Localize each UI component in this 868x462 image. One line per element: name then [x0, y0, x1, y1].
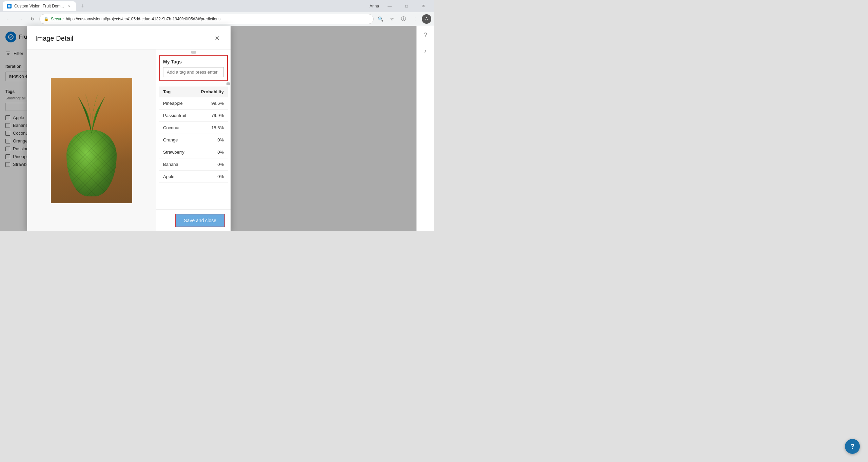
address-bar[interactable]: 🔒 Secure https://customvision.ai/project…	[39, 14, 374, 24]
predictions-section[interactable]: Tag Probability Pineapple 99.6%	[159, 86, 228, 209]
refresh-button[interactable]: ↻	[27, 14, 38, 24]
my-tags-label: My Tags	[163, 59, 224, 64]
pineapple-image	[51, 78, 132, 203]
modal-close-button[interactable]: ✕	[212, 33, 222, 44]
tag-cell: Coconut	[159, 122, 194, 134]
tag-input[interactable]	[163, 67, 224, 77]
search-browser-button[interactable]: 🔍	[375, 14, 386, 24]
secure-icon: 🔒	[44, 17, 49, 21]
probability-cell: 99.6%	[194, 97, 228, 110]
tag-cell: Pineapple	[159, 97, 194, 110]
image-detail-modal: Image Detail ✕	[27, 26, 231, 231]
back-button[interactable]: ←	[3, 14, 14, 24]
close-window-button[interactable]: ✕	[416, 0, 431, 12]
table-row: Apple 0%	[159, 171, 228, 183]
table-row: Strawberry 0%	[159, 146, 228, 158]
tab-favicon	[7, 4, 12, 8]
tag-cell: Banana	[159, 158, 194, 171]
right-panel: My Tags Tag	[156, 50, 231, 231]
user-avatar[interactable]: A	[422, 14, 431, 24]
my-tags-wrapper: My Tags	[156, 54, 231, 81]
modal-title: Image Detail	[35, 35, 73, 42]
browser-chrome: Custom Vision: Fruit Dem... × + Anna — □…	[0, 0, 434, 26]
far-right-panel: ? ›	[416, 26, 434, 231]
modal-body: My Tags Tag	[27, 50, 231, 231]
table-row: Banana 0%	[159, 158, 228, 171]
probability-cell: 0%	[194, 134, 228, 146]
address-secure-label: Secure	[51, 17, 64, 21]
image-panel	[27, 50, 156, 231]
probability-cell: 79.9%	[194, 110, 228, 122]
table-row: Coconut 18.6%	[159, 122, 228, 134]
predictions-table: Tag Probability Pineapple 99.6%	[159, 86, 228, 183]
tag-cell: Passionfruit	[159, 110, 194, 122]
bookmark-button[interactable]: ☆	[387, 14, 397, 24]
expand-right-icon[interactable]: ›	[424, 47, 427, 55]
table-row: Pineapple 99.6%	[159, 97, 228, 110]
forward-button[interactable]: →	[15, 14, 26, 24]
browser-toolbar: ← → ↻ 🔒 Secure https://customvision.ai/p…	[0, 12, 434, 26]
tab-title: Custom Vision: Fruit Dem...	[14, 4, 64, 8]
modal-header: Image Detail ✕	[27, 26, 231, 50]
svg-point-0	[8, 5, 11, 7]
info-button[interactable]: ⓘ	[398, 14, 409, 24]
tab-close-button[interactable]: ×	[66, 3, 72, 9]
predictions-tbody: Pineapple 99.6% Passionfruit 79.9% Cocon…	[159, 97, 228, 183]
modal-footer: Save and close	[156, 209, 231, 231]
user-name-display: Anna	[370, 0, 379, 12]
probability-cell: 0%	[194, 171, 228, 183]
tag-cell: Orange	[159, 134, 194, 146]
tag-cell: Apple	[159, 171, 194, 183]
save-close-button[interactable]: Save and close	[175, 214, 225, 227]
question-mark-icon[interactable]: ?	[423, 32, 427, 39]
modal-overlay: Image Detail ✕	[0, 26, 434, 231]
browser-titlebar: Custom Vision: Fruit Dem... × + Anna — □…	[0, 0, 434, 12]
tag-column-header: Tag	[159, 86, 194, 97]
browser-tab[interactable]: Custom Vision: Fruit Dem... ×	[3, 1, 76, 11]
minimize-button[interactable]: —	[382, 0, 397, 12]
table-row: Passionfruit 79.9%	[159, 110, 228, 122]
save-close-label: Save and close	[184, 218, 216, 223]
menu-button[interactable]: ⋮	[410, 14, 420, 24]
probability-column-header: Probability	[194, 86, 228, 97]
new-tab-button[interactable]: +	[77, 1, 87, 11]
close-icon: ✕	[215, 35, 220, 42]
browser-toolbar-icons: 🔍 ☆ ⓘ ⋮	[375, 14, 420, 24]
address-url: https://customvision.ai/projects/ec4105d…	[66, 17, 369, 21]
probability-cell: 0%	[194, 146, 228, 158]
table-row: Orange 0%	[159, 134, 228, 146]
my-tags-section: My Tags	[159, 55, 228, 81]
window-controls: Anna — □ ✕	[370, 0, 431, 12]
probability-cell: 0%	[194, 158, 228, 171]
probability-cell: 18.6%	[194, 122, 228, 134]
maximize-button[interactable]: □	[399, 0, 414, 12]
predictions-header: Tag Probability	[159, 86, 228, 97]
app-container: Fruit De... Filter Iteration Iteration 4…	[0, 26, 434, 231]
tag-cell: Strawberry	[159, 146, 194, 158]
